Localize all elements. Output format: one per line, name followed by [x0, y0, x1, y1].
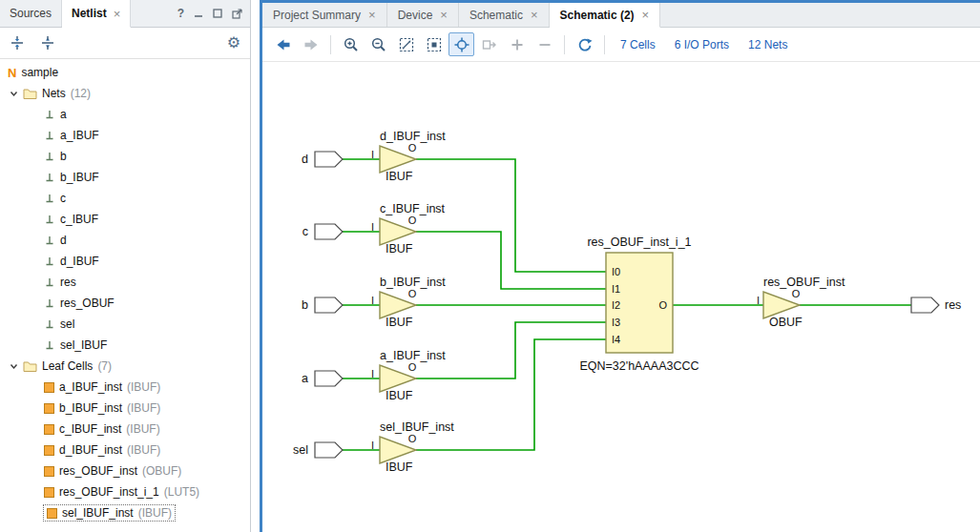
cell-b-ibuf-inst[interactable]: b_IBUF_inst I O IBUF [371, 276, 446, 329]
port-res[interactable]: res [911, 297, 961, 313]
collapse-all-icon[interactable] [10, 35, 25, 51]
tab-netlist[interactable]: Netlist × [62, 0, 131, 28]
zoom-selection-button[interactable] [421, 32, 447, 56]
close-icon[interactable]: × [114, 8, 121, 20]
instance-label: c_IBUF_inst [380, 202, 446, 215]
cell-d-ibuf-inst[interactable]: d_IBUF_inst I O IBUF [371, 130, 446, 183]
tree-item-net[interactable]: b [0, 146, 250, 167]
cell-type-label: IBUF [386, 316, 413, 329]
tree-item-label: d [60, 234, 67, 247]
tree-item-net[interactable]: res [0, 272, 250, 293]
zoom-in-button[interactable] [338, 32, 364, 56]
net-icon [44, 256, 55, 267]
port-shape[interactable] [315, 152, 343, 167]
pin-label-o: O [408, 433, 417, 444]
editor-tab-bar: Project Summary × Device × Schematic × S… [262, 3, 980, 28]
tab-device[interactable]: Device × [387, 3, 459, 27]
tree-item-net[interactable]: b_IBUF [0, 167, 250, 188]
nets-count-link[interactable]: 12 Nets [748, 38, 787, 51]
tab-sources[interactable]: Sources [0, 0, 62, 27]
folder-icon [23, 88, 37, 99]
expand-all-icon[interactable] [40, 35, 55, 51]
chevron-down-icon[interactable] [10, 362, 18, 371]
tree-item-cell[interactable]: res_OBUF_inst_i_1(LUT5) [0, 481, 250, 502]
pin-label-i: I [371, 440, 374, 451]
tree-item-net[interactable]: d [0, 230, 250, 251]
port-c[interactable]: c [302, 224, 343, 239]
expand-level-button[interactable] [504, 32, 530, 56]
port-shape[interactable] [315, 371, 343, 386]
port-shape[interactable] [315, 442, 343, 458]
port-a[interactable]: a [302, 371, 343, 386]
minimize-icon[interactable] [194, 9, 203, 18]
tree-item-cell[interactable]: a_IBUF_inst(IBUF) [0, 377, 250, 398]
tree-item-net[interactable]: sel_IBUF [0, 335, 250, 356]
tree-item-cell[interactable]: d_IBUF_inst(IBUF) [0, 440, 250, 460]
expand-cone-button[interactable] [476, 32, 502, 56]
back-button[interactable] [270, 32, 296, 56]
tree-item-net[interactable]: sel [0, 314, 250, 335]
tree-item-net[interactable]: c [0, 188, 250, 209]
forward-arrow-icon [302, 36, 320, 53]
io-ports-count-link[interactable]: 6 I/O Ports [675, 38, 729, 51]
net-icon [44, 193, 55, 204]
cell-c-ibuf-inst[interactable]: c_IBUF_inst I O IBUF [371, 202, 446, 256]
collapse-level-button[interactable] [532, 32, 557, 56]
tree-item-label: d_IBUF_inst [59, 443, 122, 457]
cell-res-obuf-inst[interactable]: res_OBUF_inst I O OBUF [757, 276, 845, 329]
zoom-fit-button[interactable] [393, 32, 419, 56]
port-b[interactable]: b [302, 297, 343, 313]
cell-sel-ibuf-inst[interactable]: sel_IBUF_inst I O IBUF [371, 420, 454, 474]
tree-item-label: c_IBUF_inst [59, 422, 121, 436]
tab-schematic[interactable]: Schematic × [459, 3, 550, 27]
tree-item-label: b_IBUF [60, 171, 99, 184]
help-icon[interactable]: ? [177, 7, 184, 20]
tree-item-net[interactable]: c_IBUF [0, 209, 250, 230]
cell-type-label: IBUF [386, 242, 413, 256]
tree-item-cell[interactable]: b_IBUF_inst(IBUF) [0, 398, 250, 419]
net-d-ibuf[interactable] [416, 159, 606, 272]
tab-project-summary[interactable]: Project Summary × [262, 3, 387, 27]
port-shape[interactable] [911, 297, 939, 313]
tab-schematic-2[interactable]: Schematic (2) × [550, 3, 661, 28]
chevron-down-icon[interactable] [10, 90, 18, 98]
maximize-icon[interactable] [232, 9, 242, 19]
tree-item-net[interactable]: a [0, 104, 250, 125]
port-label: sel [293, 443, 308, 457]
toolbar-separator [564, 35, 565, 54]
tree-item-net[interactable]: res_OBUF [0, 293, 250, 314]
float-icon[interactable] [213, 9, 222, 18]
autofit-selection-toggle[interactable] [448, 32, 474, 56]
tree-root-sample[interactable]: N sample [0, 62, 250, 83]
regenerate-button[interactable] [572, 32, 597, 56]
port-shape[interactable] [315, 224, 343, 239]
port-sel[interactable]: sel [293, 442, 343, 458]
forward-button[interactable] [298, 32, 323, 56]
tree-item-label: c [60, 192, 66, 205]
panel-window-controls: ? [177, 0, 250, 27]
cell-res-obuf-inst-i-1[interactable]: res_OBUF_inst_i_1 I0 I1 I2 I3 I4 O EQN=3… [579, 235, 699, 373]
close-icon[interactable]: × [440, 9, 448, 21]
net-icon [44, 109, 55, 120]
tab-label: Netlist [72, 7, 107, 20]
instance-label: a_IBUF_inst [380, 349, 446, 362]
zoom-out-button[interactable] [365, 32, 391, 56]
close-icon[interactable]: × [368, 9, 376, 21]
schematic-canvas[interactable]: d c b a sel d_IBUF_inst [262, 62, 980, 532]
tree-item-cell[interactable]: res_OBUF_inst(OBUF) [0, 460, 250, 481]
cell-icon [44, 487, 54, 498]
settings-gear-icon[interactable]: ⚙ [227, 35, 240, 51]
back-arrow-icon [275, 36, 292, 53]
port-shape[interactable] [315, 297, 343, 313]
close-icon[interactable]: × [531, 9, 538, 21]
tree-group-nets[interactable]: Nets (12) [0, 83, 250, 104]
cells-count-link[interactable]: 7 Cells [620, 38, 656, 51]
close-icon[interactable]: × [642, 9, 650, 21]
tree-item-net[interactable]: d_IBUF [0, 251, 250, 272]
cell-a-ibuf-inst[interactable]: a_IBUF_inst I O IBUF [371, 349, 446, 402]
tree-item-cell[interactable]: c_IBUF_inst(IBUF) [0, 419, 250, 440]
tree-item-net[interactable]: a_IBUF [0, 125, 250, 146]
tree-item-cell-focused[interactable]: sel_IBUF_inst (IBUF) [0, 502, 250, 523]
tree-group-leaf-cells[interactable]: Leaf Cells (7) [0, 356, 250, 377]
port-d[interactable]: d [302, 152, 343, 167]
